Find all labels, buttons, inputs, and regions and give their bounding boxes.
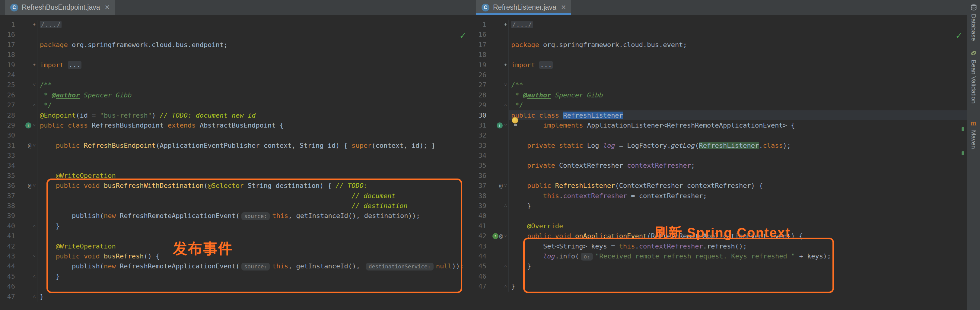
line-number[interactable]: 46 (0, 281, 18, 291)
annotation-gutter-icon[interactable]: @ (500, 231, 503, 241)
code-text[interactable]: publish(new RefreshRemoteApplicationEven… (37, 211, 471, 221)
code-line[interactable]: 42 @WriteOperation (0, 241, 471, 251)
fold-toggle-icon[interactable]: ˅ (31, 120, 37, 130)
code-line[interactable]: 43˅ public void busRefresh() { (0, 251, 471, 261)
line-number[interactable]: 43 (471, 241, 489, 251)
code-line[interactable]: 45˄ } (0, 272, 471, 281)
code-text[interactable] (37, 161, 471, 170)
line-number[interactable]: 35 (471, 161, 489, 170)
code-line[interactable]: 42↑@˅ public void onApplicationEvent(Ref… (471, 231, 967, 241)
line-number[interactable]: 1 (0, 20, 18, 30)
line-number[interactable]: 43 (0, 251, 18, 261)
code-line[interactable]: 43 Set<String> keys = this.contextRefres… (471, 241, 967, 251)
fold-toggle-icon[interactable]: ˅ (503, 231, 509, 241)
code-text[interactable] (509, 272, 967, 281)
code-text[interactable]: } (509, 281, 967, 291)
code-line[interactable]: 28@Endpoint(id = "bus-refresh") // TODO:… (0, 110, 471, 120)
code-line[interactable]: 18 (471, 50, 967, 60)
code-text[interactable] (37, 281, 471, 291)
code-line[interactable]: 37@˅ public RefreshListener(ContextRefre… (471, 181, 967, 191)
line-number[interactable]: 38 (0, 201, 18, 211)
code-text[interactable]: // destination (37, 201, 471, 211)
code-text[interactable] (509, 70, 967, 80)
line-number[interactable]: 39 (0, 211, 18, 221)
line-number[interactable]: 34 (471, 151, 489, 161)
line-number[interactable]: 45 (0, 272, 18, 281)
code-line[interactable]: 46 (0, 281, 471, 291)
fold-toggle-icon[interactable]: ˅ (503, 120, 509, 130)
code-text[interactable]: } (509, 201, 967, 211)
code-line[interactable]: 16 (0, 30, 471, 40)
line-number[interactable]: 33 (0, 151, 18, 161)
code-text[interactable]: public void busRefreshWithDestination(@S… (37, 181, 471, 191)
line-number[interactable]: 40 (0, 221, 18, 231)
code-text[interactable]: implements ApplicationListener<RefreshRe… (509, 120, 967, 130)
tool-button-database[interactable]: Database (970, 4, 977, 41)
code-line[interactable]: 18 (0, 50, 471, 60)
line-number[interactable]: 38 (471, 191, 489, 201)
code-text[interactable]: @WriteOperation (37, 171, 471, 181)
code-line[interactable]: 36 (471, 171, 967, 181)
code-text[interactable]: import ... (37, 60, 471, 70)
code-text[interactable]: } (37, 272, 471, 281)
fold-toggle-icon[interactable]: ˄ (503, 100, 509, 110)
line-number[interactable]: 44 (0, 261, 18, 271)
code-text[interactable]: /.../ (509, 20, 967, 30)
annotation-gutter-icon[interactable]: @ (28, 140, 31, 151)
code-line[interactable]: 33 (0, 151, 471, 161)
code-area[interactable]: 1+/.../1617package org.springframework.c… (471, 15, 967, 292)
line-number[interactable]: 31 (471, 120, 489, 130)
line-number[interactable]: 19 (0, 60, 18, 70)
code-line[interactable]: 35 private ContextRefresher contextRefre… (471, 161, 967, 170)
line-number[interactable]: 37 (0, 191, 18, 201)
code-editor[interactable]: 1+/.../1617package org.springframework.c… (0, 15, 471, 310)
line-number[interactable]: 17 (471, 40, 489, 50)
code-text[interactable] (509, 211, 967, 221)
code-text[interactable]: private ContextRefresher contextRefreshe… (509, 161, 967, 170)
code-line[interactable]: 41 @Override (471, 221, 967, 231)
fold-toggle-icon[interactable]: ˄ (31, 221, 37, 231)
code-line[interactable]: 34 (471, 151, 967, 161)
fold-toggle-icon[interactable]: ˅ (31, 140, 37, 151)
line-number[interactable]: 16 (0, 30, 18, 40)
code-line[interactable]: 26 (471, 70, 967, 80)
code-text[interactable]: /** (509, 80, 967, 90)
code-line[interactable]: 1+/.../ (0, 20, 471, 30)
fold-toggle-icon[interactable]: ˅ (503, 181, 509, 191)
tool-button-maven[interactable]: m Maven (970, 120, 977, 149)
code-line[interactable]: 31↑˅ implements ApplicationListener<Refr… (471, 120, 967, 130)
line-number[interactable]: 18 (471, 50, 489, 60)
code-line[interactable]: 38 this.contextRefresher = contextRefres… (471, 191, 967, 201)
code-line[interactable]: 44 log.info(o:"Received remote refresh r… (471, 251, 967, 261)
error-stripe-mark[interactable] (962, 127, 964, 131)
code-line[interactable]: 33 private static Log log = LogFactory.g… (471, 140, 967, 151)
code-line[interactable]: 29˄ */ (471, 100, 967, 110)
line-number[interactable]: 27 (0, 100, 18, 110)
code-line[interactable]: 37 // document (0, 191, 471, 201)
code-text[interactable]: } (509, 261, 967, 271)
tool-button-bean-validation[interactable]: Bean Validation (970, 49, 977, 104)
line-number[interactable]: 26 (471, 70, 489, 80)
code-text[interactable]: public class RefreshListener (509, 110, 967, 120)
fold-toggle-icon[interactable]: ˄ (31, 272, 37, 281)
line-number[interactable]: 28 (0, 110, 18, 120)
inspections-ok-icon[interactable]: ✓ (460, 31, 466, 41)
code-text[interactable]: package org.springframework.cloud.bus.en… (37, 40, 471, 50)
line-number[interactable]: 29 (0, 120, 18, 130)
fold-toggle-icon[interactable]: ˄ (503, 281, 509, 291)
code-text[interactable]: publish(new RefreshRemoteApplicationEven… (37, 261, 471, 271)
code-line[interactable]: 17package org.springframework.cloud.bus.… (471, 40, 967, 50)
line-number[interactable]: 41 (471, 221, 489, 231)
line-number[interactable]: 44 (471, 251, 489, 261)
line-number[interactable]: 27 (471, 80, 489, 90)
code-line[interactable]: 26 * @author Spencer Gibb (0, 90, 471, 100)
code-text[interactable] (37, 30, 471, 40)
line-number[interactable]: 26 (0, 90, 18, 100)
code-text[interactable] (37, 50, 471, 60)
line-number[interactable]: 42 (471, 231, 489, 241)
code-text[interactable]: Set<String> keys = this.contextRefresher… (509, 241, 967, 251)
code-line[interactable]: 16 (471, 30, 967, 40)
line-number[interactable]: 24 (0, 70, 18, 80)
code-line[interactable]: 47˄} (0, 292, 471, 302)
code-text[interactable] (509, 30, 967, 40)
